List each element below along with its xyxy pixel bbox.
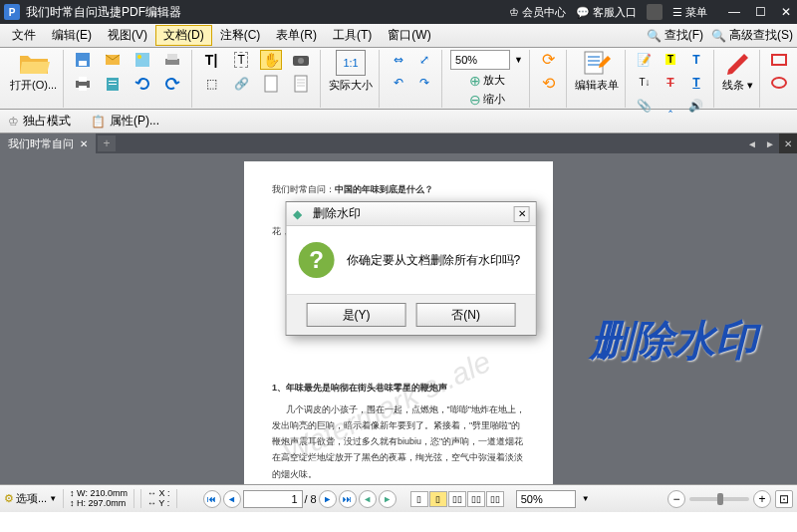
rotate-right-icon[interactable]: ↷ — [413, 73, 435, 93]
link-icon[interactable]: 🔗 — [230, 74, 252, 94]
attachment-icon[interactable]: 📎 — [634, 96, 656, 116]
next-page-button[interactable]: ► — [319, 490, 337, 508]
exclusive-mode-button[interactable]: ♔ 独占模式 — [8, 113, 71, 130]
search-icon: 🔍 — [647, 29, 662, 43]
minimize-button[interactable]: — — [727, 5, 741, 19]
cursor-position: ↔ X : ↔ Y : — [140, 489, 177, 509]
menu-view[interactable]: 视图(V) — [100, 25, 155, 46]
text-color-icon[interactable]: T — [685, 50, 707, 70]
maximize-button[interactable]: ☐ — [753, 5, 767, 19]
select-icon[interactable]: ⬚ — [200, 74, 222, 94]
zoom-out-btn[interactable]: − — [667, 490, 685, 508]
document-tab[interactable]: 我们时常自问 ✕ — [0, 133, 96, 153]
hand-icon[interactable]: ✋ — [260, 50, 282, 70]
pencil-icon — [724, 50, 752, 76]
view-continuous-button[interactable]: ▯ — [429, 491, 447, 507]
first-page-button[interactable]: ⏮ — [203, 490, 221, 508]
zoom-in-button[interactable]: ⊕放大 — [469, 73, 505, 89]
fit-page-icon[interactable]: ⤢ — [413, 50, 435, 70]
menu-file[interactable]: 文件 — [4, 25, 44, 46]
clipboard-icon[interactable] — [102, 74, 124, 94]
view-facing-button[interactable]: ▯▯ — [448, 491, 466, 507]
camera-icon[interactable] — [290, 50, 312, 70]
reload-icon[interactable]: ⟳ — [538, 50, 560, 70]
redo-icon[interactable] — [161, 74, 183, 94]
menu-document[interactable]: 文档(D) — [155, 25, 212, 46]
view-facing-cont-button[interactable]: ▯▯ — [467, 491, 485, 507]
image-icon[interactable] — [132, 50, 153, 70]
tab-close-all[interactable]: ✕ — [779, 133, 797, 153]
svg-rect-17 — [585, 52, 603, 74]
tab-close-icon[interactable]: ✕ — [80, 138, 88, 149]
menu-button[interactable]: ☰ 菜单 — [672, 5, 707, 20]
dialog-no-button[interactable]: 否(N) — [416, 303, 516, 327]
fit-width-icon[interactable]: ⇔ — [388, 50, 409, 70]
zoom-slider[interactable] — [689, 497, 749, 501]
zoom-dropdown-icon[interactable]: ▼ — [514, 55, 523, 65]
avatar[interactable] — [647, 4, 663, 20]
question-icon: ? — [299, 242, 335, 278]
text-tool-icon[interactable]: T| — [200, 50, 222, 70]
last-page-button[interactable]: ⏭ — [339, 490, 357, 508]
caret-icon[interactable]: ‸ — [660, 96, 681, 116]
print-icon[interactable] — [72, 74, 94, 94]
menu-form[interactable]: 表单(R) — [268, 25, 325, 46]
zoom-in-btn[interactable]: + — [753, 490, 771, 508]
view-single-button[interactable]: ▯ — [410, 491, 428, 507]
close-button[interactable]: ✕ — [779, 5, 793, 19]
page-dimensions: ↕ W: 210.0mm ↕ H: 297.0mm — [63, 489, 134, 509]
dialog-titlebar[interactable]: ◆ 删除水印 ✕ — [287, 202, 536, 226]
rotate-left-icon[interactable]: ↶ — [388, 73, 409, 93]
service-link[interactable]: 💬 客服入口 — [576, 5, 637, 20]
email-icon[interactable] — [102, 50, 124, 70]
actual-size-button[interactable]: 1:1 实际大小 — [329, 50, 373, 93]
status-zoom-input[interactable] — [516, 490, 576, 508]
properties-button[interactable]: 📋 属性(P)... — [91, 113, 159, 130]
sound-icon[interactable]: 🔊 — [685, 96, 707, 116]
ellipse-icon[interactable] — [768, 73, 790, 93]
edit-form-button[interactable]: 编辑表单 — [575, 50, 619, 93]
underline-icon[interactable]: T — [685, 73, 707, 93]
prev-page-button[interactable]: ◄ — [223, 490, 241, 508]
svg-rect-12 — [109, 84, 117, 85]
tab-add-button[interactable]: + — [98, 135, 116, 151]
strikethrough-icon[interactable]: T — [660, 73, 681, 93]
svg-point-4 — [137, 55, 141, 59]
search-button[interactable]: 🔍 查找(F) — [647, 27, 703, 44]
doc-icon[interactable] — [260, 74, 282, 94]
menu-tool[interactable]: 工具(T) — [325, 25, 380, 46]
menu-edit[interactable]: 编辑(E) — [44, 25, 100, 46]
undo-icon[interactable] — [132, 74, 153, 94]
search-plus-icon: 🔍 — [711, 29, 726, 43]
options-button[interactable]: ⚙ 选项... ▼ — [4, 491, 57, 506]
adv-search-button[interactable]: 🔍 高级查找(S) — [711, 27, 793, 44]
menu-comment[interactable]: 注释(C) — [212, 25, 269, 46]
nav-fwd-button[interactable]: ► — [379, 490, 397, 508]
menu-window[interactable]: 窗口(W) — [380, 25, 438, 46]
lines-button[interactable]: 线条 ▾ — [722, 50, 753, 93]
dialog-yes-button[interactable]: 是(Y) — [307, 303, 406, 327]
tab-scroll-left[interactable]: ◄ — [743, 133, 761, 153]
highlight-icon[interactable]: T — [660, 50, 681, 70]
note-icon[interactable]: 📝 — [634, 50, 656, 70]
scan-icon[interactable] — [161, 50, 183, 70]
svg-rect-9 — [79, 86, 87, 91]
text-edit-icon[interactable]: T↓ — [634, 73, 656, 93]
page-icon[interactable] — [290, 74, 312, 94]
view-book-button[interactable]: ▯▯ — [486, 491, 504, 507]
zoom-dropdown[interactable]: ▼ — [582, 494, 590, 503]
app-title: 我们时常自问迅捷PDF编辑器 — [26, 4, 509, 21]
nav-back-button[interactable]: ◄ — [359, 490, 377, 508]
zoom-out-button[interactable]: ⊖缩小 — [469, 92, 505, 108]
zoom-fit-btn[interactable]: ⊡ — [775, 490, 793, 508]
save-icon[interactable] — [72, 50, 94, 70]
member-center-link[interactable]: ♔ 会员中心 — [509, 5, 566, 20]
rect-icon[interactable] — [768, 50, 790, 70]
open-button[interactable]: 打开(O)... — [10, 50, 57, 93]
reload-alt-icon[interactable]: ⟲ — [538, 74, 560, 94]
dialog-close-button[interactable]: ✕ — [514, 206, 530, 222]
tab-scroll-right[interactable]: ► — [761, 133, 779, 153]
page-number-input[interactable] — [243, 490, 303, 508]
zoom-input[interactable] — [450, 50, 510, 70]
text-box-icon[interactable]: T — [230, 50, 252, 70]
